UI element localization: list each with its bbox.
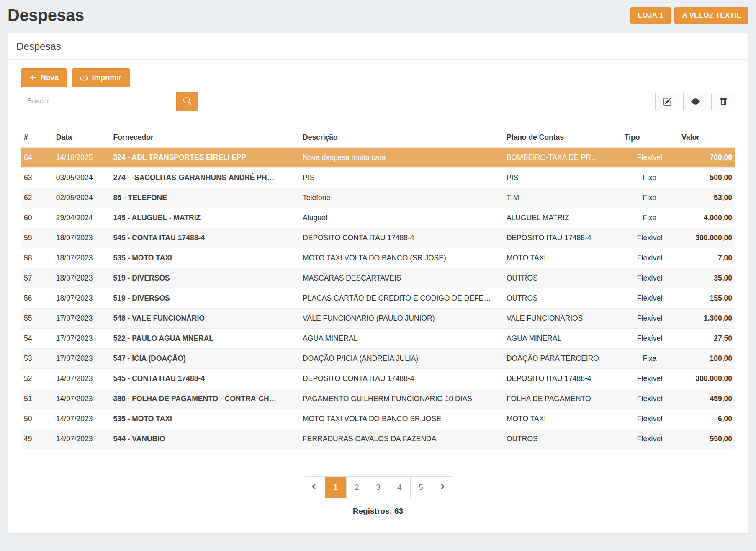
column-header-type: Tipo bbox=[621, 129, 679, 148]
controls-row bbox=[21, 92, 735, 111]
cell-account: VALE FUNCIONARIOS bbox=[503, 309, 621, 329]
page: Despesas LOJA 1 A VELOZ TEXTIL Despesas … bbox=[0, 0, 756, 534]
column-header-date: Data bbox=[53, 129, 110, 148]
cell-id: 51 bbox=[21, 389, 53, 409]
cell-supplier: 522 - PAULO AGUA MNERAL bbox=[110, 329, 299, 349]
print-button[interactable]: Imprimir bbox=[72, 68, 130, 87]
trash-icon bbox=[720, 98, 728, 106]
store-button-company[interactable]: A VELOZ TEXTIL bbox=[674, 7, 748, 24]
cell-date: 18/07/2023 bbox=[53, 268, 110, 288]
cell-supplier: 535 - MOTO TAXI bbox=[110, 248, 299, 268]
cell-description: DOAÇÃO P/ICIA (ANDREIA JULIA) bbox=[299, 349, 503, 369]
cell-description: PIS bbox=[299, 168, 503, 188]
cell-value: 459,00 bbox=[678, 389, 735, 409]
table-row[interactable]: 5114/07/2023380 - FOLHA DE PAGAMENTO - C… bbox=[21, 389, 735, 409]
cell-value: 700,00 bbox=[678, 148, 735, 168]
store-button-loja1[interactable]: LOJA 1 bbox=[630, 7, 671, 24]
cell-account: MOTO TAXI bbox=[503, 409, 621, 429]
delete-button[interactable] bbox=[711, 92, 735, 111]
table-row[interactable]: 5317/07/2023547 - ICIA (DOAÇÃO)DOAÇÃO P/… bbox=[21, 349, 735, 369]
pagination-next-button[interactable] bbox=[432, 477, 453, 498]
cell-value: 53,00 bbox=[678, 188, 735, 208]
table-row[interactable]: 5014/07/2023535 - MOTO TAXIMOTO TAXI VOL… bbox=[21, 409, 735, 429]
cell-supplier: 380 - FOLHA DE PAGAMENTO - CONTRA-CH… bbox=[110, 389, 299, 409]
edit-button[interactable] bbox=[655, 92, 679, 111]
cell-type: Flexível bbox=[621, 228, 679, 248]
pagination-page-button-2[interactable]: 2 bbox=[346, 477, 368, 498]
search-button[interactable] bbox=[176, 92, 198, 111]
cell-supplier: 519 - DIVERSOS bbox=[110, 268, 299, 288]
cell-supplier: 85 - TELEFONE bbox=[110, 188, 299, 208]
expenses-panel: Despesas Nova Imprimir bbox=[8, 33, 748, 534]
print-label: Imprimir bbox=[92, 73, 121, 82]
column-header-value: Valor bbox=[678, 129, 735, 148]
cell-type: Flexível bbox=[621, 309, 679, 329]
cell-description: DEPOSITO CONTA ITAU 17488-4 bbox=[299, 369, 503, 389]
cell-description: Aluguel bbox=[299, 208, 503, 228]
cell-value: 500,00 bbox=[678, 168, 735, 188]
cell-type: Fixa bbox=[621, 208, 679, 228]
cell-id: 64 bbox=[21, 148, 53, 168]
table-row[interactable]: 5214/07/2023545 - CONTA ITAU 17488-4DEPO… bbox=[21, 369, 735, 389]
cell-supplier: 545 - CONTA ITAU 17488-4 bbox=[110, 228, 299, 248]
cell-account: AGUA MINERAL bbox=[503, 329, 621, 349]
cell-date: 18/07/2023 bbox=[53, 248, 110, 268]
panel-title: Despesas bbox=[8, 33, 748, 60]
cell-date: 18/07/2023 bbox=[53, 288, 110, 309]
page-header: Despesas LOJA 1 A VELOZ TEXTIL bbox=[8, 0, 748, 33]
table-row[interactable]: 6029/04/2024145 - ALUGUEL - MATRIZAlugue… bbox=[21, 208, 735, 228]
printer-icon bbox=[80, 74, 88, 82]
cell-id: 55 bbox=[21, 309, 53, 329]
pagination: 12345 bbox=[303, 476, 453, 498]
cell-description: PAGAMENTO GUILHERM FUNCIONARIO 10 DIAS bbox=[299, 389, 503, 409]
cell-id: 50 bbox=[21, 409, 53, 429]
cell-supplier: 519 - DIVERSOS bbox=[110, 288, 299, 309]
chevron-right-icon bbox=[439, 483, 446, 492]
cell-id: 56 bbox=[21, 288, 53, 309]
pagination-page-button-1[interactable]: 1 bbox=[325, 477, 346, 498]
cell-date: 14/07/2023 bbox=[53, 409, 110, 429]
pagination-prev-button[interactable] bbox=[303, 477, 325, 498]
view-button[interactable] bbox=[683, 92, 707, 111]
cell-supplier: 548 - VALE FUNCIONÁRIO bbox=[110, 309, 299, 329]
cell-value: 300.000,00 bbox=[678, 228, 735, 248]
search-input[interactable] bbox=[21, 92, 176, 111]
table-row[interactable]: 5818/07/2023535 - MOTO TAXIMOTO TAXI VOL… bbox=[21, 248, 735, 268]
cell-account: ALUGUEL MATRIZ bbox=[503, 208, 621, 228]
cell-type: Flexível bbox=[621, 429, 679, 449]
table-row[interactable]: 5417/07/2023522 - PAULO AGUA MNERALAGUA … bbox=[21, 329, 735, 349]
cell-id: 53 bbox=[21, 349, 53, 369]
table-row[interactable]: 6414/10/2025324 - ADL TRANSPORTES EIRELI… bbox=[21, 148, 735, 168]
cell-id: 54 bbox=[21, 329, 53, 349]
eye-icon bbox=[691, 97, 700, 106]
cell-supplier: 547 - ICIA (DOAÇÃO) bbox=[110, 349, 299, 369]
table-row[interactable]: 5618/07/2023519 - DIVERSOSPLACAS CARTÃO … bbox=[21, 288, 735, 309]
pagination-page-button-4[interactable]: 4 bbox=[389, 477, 410, 498]
cell-supplier: 274 - -SACOLITAS-GARANHUNS-ANDRÉ PH… bbox=[110, 168, 299, 188]
pagination-page-button-3[interactable]: 3 bbox=[368, 477, 389, 498]
cell-description: Nova despesa muito cara bbox=[299, 148, 503, 168]
table-row[interactable]: 5517/07/2023548 - VALE FUNCIONÁRIOVALE F… bbox=[21, 309, 735, 329]
cell-type: Flexível bbox=[621, 389, 679, 409]
cell-date: 17/07/2023 bbox=[53, 349, 110, 369]
table-row[interactable]: 5718/07/2023519 - DIVERSOSMASCARAS DESCA… bbox=[21, 268, 735, 288]
cell-value: 155,00 bbox=[678, 288, 735, 309]
cell-date: 03/05/2024 bbox=[53, 168, 110, 188]
cell-description: AGUA MINERAL bbox=[299, 329, 503, 349]
search-group bbox=[21, 92, 198, 111]
cell-description: Telefone bbox=[299, 188, 503, 208]
panel-body: Nova Imprimir bbox=[8, 60, 748, 516]
cell-id: 52 bbox=[21, 369, 53, 389]
new-expense-button[interactable]: Nova bbox=[21, 68, 67, 87]
cell-value: 35,00 bbox=[678, 268, 735, 288]
table-row[interactable]: 6303/05/2024274 - -SACOLITAS-GARANHUNS-A… bbox=[21, 168, 735, 188]
cell-description: MOTO TAXI VOLTA DO BANCO SR JOSE bbox=[299, 409, 503, 429]
records-count: Registros: 63 bbox=[21, 507, 735, 516]
table-row[interactable]: 4914/07/2023544 - VANUBIOFERRADURAS CAVA… bbox=[21, 429, 735, 449]
cell-supplier: 535 - MOTO TAXI bbox=[110, 409, 299, 429]
table-row[interactable]: 5918/07/2023545 - CONTA ITAU 17488-4DEPO… bbox=[21, 228, 735, 248]
cell-account: TIM bbox=[503, 188, 621, 208]
pagination-page-button-5[interactable]: 5 bbox=[410, 477, 432, 498]
cell-account: FOLHA DE PAGAMENTO bbox=[503, 389, 621, 409]
table-row[interactable]: 6202/05/202485 - TELEFONETelefoneTIMFixa… bbox=[21, 188, 735, 208]
